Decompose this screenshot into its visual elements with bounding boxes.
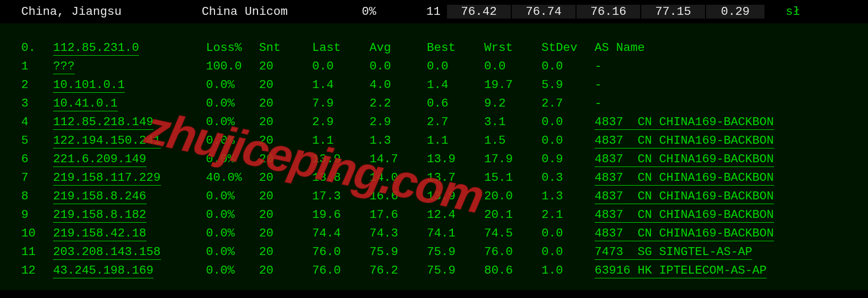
hop-number: 5	[21, 134, 53, 147]
hop-loss: 0.0%	[206, 115, 259, 129]
hop-last: 7.9	[312, 97, 369, 110]
hop-as[interactable]: 4837 CN CHINA169-BACKBON	[595, 152, 868, 166]
hop-loss: 0.0%	[206, 152, 259, 166]
hop-snt: 20	[259, 152, 312, 166]
table-row: 210.101.0.10.0%201.44.01.419.75.9-	[21, 75, 868, 94]
hop-snt: 20	[259, 78, 312, 92]
hop-wrst: 9.2	[484, 97, 542, 110]
hop-ip[interactable]: ???	[53, 59, 206, 73]
hop-as: -	[595, 78, 868, 92]
hop-as[interactable]: 4837 CN CHINA169-BACKBON	[595, 134, 868, 147]
summary-loss: 0%	[334, 5, 403, 19]
hop-snt: 20	[259, 264, 312, 277]
hop-as[interactable]: 4837 CN CHINA169-BACKBON	[595, 189, 868, 203]
table-row: 11203.208.143.1580.0%2076.075.975.976.00…	[21, 242, 868, 261]
hop-avg: 2.2	[369, 97, 427, 110]
hop-last: 13.8	[312, 171, 369, 185]
hop-best: 1.1	[427, 134, 484, 147]
hop-ip[interactable]: 203.208.143.158	[53, 245, 206, 259]
hop-avg: 17.6	[369, 208, 427, 222]
hop-last: 0.0	[312, 59, 369, 73]
hop-stdev: 2.7	[542, 97, 595, 110]
hop-wrst: 3.1	[484, 115, 542, 129]
header-ip: 112.85.231.0	[53, 41, 206, 55]
hop-as[interactable]: 63916 HK IPTELECOM-AS-AP	[595, 264, 868, 277]
hop-last: 76.0	[312, 264, 369, 277]
hop-best: 13.9	[427, 189, 484, 203]
hop-stdev: 2.1	[542, 208, 595, 222]
hop-as[interactable]: 4837 CN CHINA169-BACKBON	[595, 208, 868, 222]
hop-last: 13.9	[312, 152, 369, 166]
hop-number: 9	[21, 208, 53, 222]
hop-avg: 16.6	[369, 189, 427, 203]
hop-wrst: 20.0	[484, 189, 542, 203]
hop-last: 2.9	[312, 115, 369, 129]
hop-as[interactable]: 4837 CN CHINA169-BACKBON	[595, 226, 868, 240]
summary-last: 76.42	[446, 5, 511, 19]
hop-number: 11	[21, 245, 53, 259]
hop-last: 74.4	[312, 226, 369, 240]
table-row: 1???100.0200.00.00.00.00.0-	[21, 57, 868, 75]
hop-ip[interactable]: 219.158.8.182	[53, 208, 206, 222]
hop-snt: 20	[259, 115, 312, 129]
hop-snt: 20	[259, 134, 312, 147]
hop-best: 74.1	[427, 226, 484, 240]
table-row: 10219.158.42.180.0%2074.474.374.174.50.0…	[21, 224, 868, 242]
hop-as[interactable]: 7473 SG SINGTEL-AS-AP	[595, 245, 868, 259]
hop-avg: 74.3	[369, 226, 427, 240]
hop-stdev: 0.0	[542, 134, 595, 147]
hop-snt: 20	[259, 245, 312, 259]
hop-ip[interactable]: 221.6.209.149	[53, 152, 206, 166]
hop-avg: 2.9	[369, 115, 427, 129]
table-row: 7219.158.117.22940.0%2013.814.013.715.10…	[21, 168, 868, 187]
hop-ip[interactable]: 43.245.198.169	[53, 264, 206, 277]
hop-number: 6	[21, 152, 53, 166]
summary-bar: China, Jiangsu China Unicom 0% 11 76.42 …	[0, 0, 868, 23]
hop-snt: 20	[259, 208, 312, 222]
summary-stdev: 0.29	[705, 5, 764, 19]
hop-number: 10	[21, 226, 53, 240]
hop-ip[interactable]: 10.41.0.1	[53, 97, 206, 110]
hop-as[interactable]: 4837 CN CHINA169-BACKBON	[595, 115, 868, 129]
summary-wrst: 77.15	[640, 5, 705, 19]
hop-ip[interactable]: 219.158.42.18	[53, 226, 206, 240]
hop-wrst: 76.0	[484, 245, 542, 259]
hop-wrst: 74.5	[484, 226, 542, 240]
hop-snt: 20	[259, 171, 312, 185]
hop-wrst: 20.1	[484, 208, 542, 222]
hop-loss: 0.0%	[206, 189, 259, 203]
summary-location: China, Jiangsu	[21, 5, 202, 19]
hop-best: 2.7	[427, 115, 484, 129]
header-stdev: StDev	[542, 41, 595, 55]
hop-loss: 40.0%	[206, 171, 259, 185]
hop-wrst: 19.7	[484, 78, 542, 92]
hop-number: 7	[21, 171, 53, 185]
hop-snt: 20	[259, 189, 312, 203]
hop-ip[interactable]: 219.158.8.246	[53, 189, 206, 203]
summary-isp: China Unicom	[202, 5, 334, 19]
hop-number: 8	[21, 189, 53, 203]
hop-ip[interactable]: 10.101.0.1	[53, 78, 206, 92]
header-avg: Avg	[369, 41, 427, 55]
header-loss: Loss%	[206, 41, 259, 55]
hop-wrst: 1.5	[484, 134, 542, 147]
hop-ip[interactable]: 122.194.150.241	[53, 134, 206, 147]
hop-snt: 20	[259, 59, 312, 73]
hop-stdev: 1.0	[542, 264, 595, 277]
hop-stdev: 0.3	[542, 171, 595, 185]
hop-best: 75.9	[427, 264, 484, 277]
table-row: 9219.158.8.1820.0%2019.617.612.420.12.14…	[21, 205, 868, 224]
hop-avg: 4.0	[369, 78, 427, 92]
hop-ip[interactable]: 112.85.218.149	[53, 115, 206, 129]
hop-as[interactable]: 4837 CN CHINA169-BACKBON	[595, 171, 868, 185]
hop-number: 2	[21, 78, 53, 92]
hop-wrst: 15.1	[484, 171, 542, 185]
hop-best: 0.6	[427, 97, 484, 110]
hop-last: 1.4	[312, 78, 369, 92]
hop-snt: 20	[259, 226, 312, 240]
header-snt: Snt	[259, 41, 312, 55]
hop-ip[interactable]: 219.158.117.229	[53, 171, 206, 185]
hop-loss: 0.0%	[206, 208, 259, 222]
hop-last: 17.3	[312, 189, 369, 203]
hop-best: 12.4	[427, 208, 484, 222]
